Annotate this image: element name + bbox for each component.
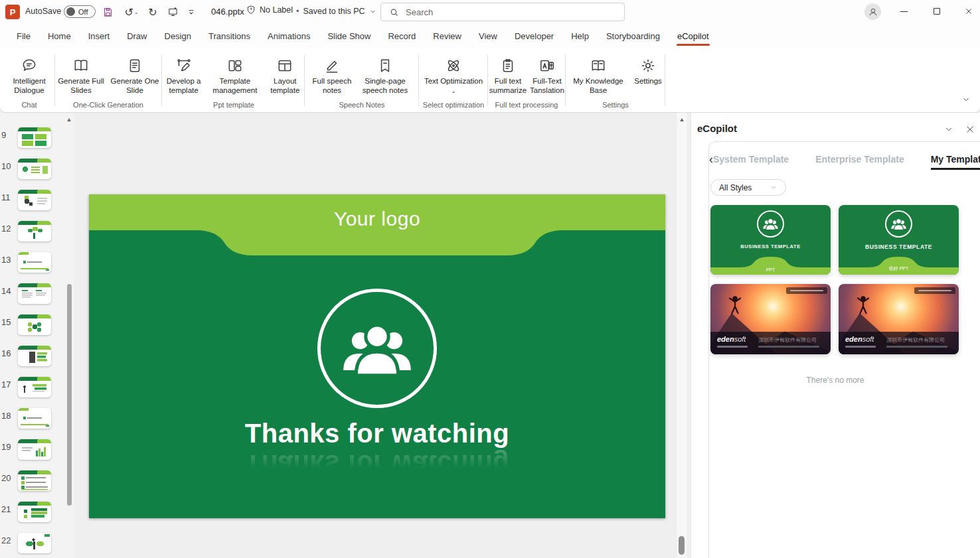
sensitivity-label[interactable]: No Label [246,5,293,15]
ribbon-group-settings: My Knowledge Base Settings Settings [567,52,664,110]
people-group-icon[interactable] [317,289,437,408]
generate-one-slide-button[interactable]: Generate One Slide [109,54,161,96]
panel-close-button[interactable] [963,123,977,136]
layout-template-button[interactable]: Layout template [266,54,304,96]
autosave-toggle[interactable]: Off [64,5,96,18]
tab-enterprise-template[interactable]: Enterprise Template [815,149,904,170]
full-text-translation-button[interactable]: Full-Text Tanslation [530,54,564,96]
full-text-summarize-button[interactable]: Full text summarize [489,54,527,96]
tab-design[interactable]: Design [156,24,200,48]
slide-thumbnail[interactable] [18,283,51,304]
document-title[interactable]: 046.pptx [211,7,244,17]
canvas-scroll-up-button[interactable]: ▲ [677,115,687,123]
search-input[interactable] [406,7,592,17]
template-title: BUSINESS TEMPLATE [710,244,831,249]
slide-row: 12 [0,220,74,251]
single-page-speech-notes-button[interactable]: Single-page speech notes [357,54,414,96]
search-bar[interactable] [380,3,625,21]
tab-ecopilot[interactable]: eCopilot [669,24,718,48]
settings-button[interactable]: Settings [632,54,664,96]
collapse-ribbon-button[interactable] [961,95,971,107]
thumbnail-art [18,346,51,366]
climber-silhouette-icon [855,296,872,316]
slide-logo-text[interactable]: Your logo [89,208,665,230]
group-divider [665,54,665,106]
powerpoint-logo[interactable]: P [5,5,20,19]
tab-slide-show[interactable]: Slide Show [319,24,379,48]
ribbon-group-name: Chat [4,101,54,109]
canvas-scrollbar-thumb[interactable] [679,536,685,555]
chevron-down-icon [961,95,971,104]
tab-my-template[interactable]: My Template [931,149,980,170]
tab-storyboarding[interactable]: Storyboarding [598,24,669,48]
company-name: 深圳市伊甸软件有限公司 [758,336,827,344]
tab-help[interactable]: Help [562,24,598,48]
slide-thumbnail[interactable] [18,190,51,210]
titlebar: P AutoSave Off ↺⌄ ↻ 046.pptx No Label • … [0,0,980,24]
tab-animations[interactable]: Animations [259,24,319,48]
panel-collapse-button[interactable] [942,123,955,136]
develop-template-button[interactable]: Develop a template [163,54,204,96]
slide-number: 9 [1,130,13,140]
template-card[interactable]: edensoft 深圳市伊甸软件有限公司 [710,284,831,354]
tab-file[interactable]: File [8,24,39,48]
brand-subline [845,346,876,348]
slide-number: 13 [1,255,13,265]
slide-number: 16 [1,348,13,358]
maximize-button[interactable] [926,0,948,23]
quick-access-overflow-button[interactable] [183,4,199,20]
slide-number: 10 [1,161,13,171]
tab-draw[interactable]: Draw [118,24,155,48]
tab-record[interactable]: Record [379,24,424,48]
tab-system-template[interactable]: System Template [713,149,789,170]
slide-thumbnail[interactable] [18,346,51,366]
slide-thumbnail[interactable] [18,502,51,522]
slide-thumbnail[interactable] [18,439,51,460]
slide-thumbnail[interactable] [18,127,51,148]
style-filter-dropdown[interactable]: All Styles [710,179,786,196]
minimize-button[interactable] [892,0,915,23]
generate-full-slides-button[interactable]: Generate Full Slides [56,54,106,96]
redo-icon: ↻ [148,6,157,19]
slide-thumbnail[interactable] [18,252,51,273]
template-management-button[interactable]: Template management [206,54,263,96]
sidebar-scroll-up-button[interactable]: ▲ [65,115,73,123]
slide-thumbnail[interactable] [18,533,51,553]
sidebar-scrollbar-thumb[interactable] [67,284,72,506]
climber-silhouette-icon [726,296,744,316]
template-card[interactable]: edensoft 深圳市伊甸软件有限公司 [839,284,959,354]
translate-icon [538,57,556,74]
ribbon-group-name: One-Click Generation [56,101,161,109]
tab-view[interactable]: View [470,24,506,48]
saved-status[interactable]: • Saved to this PC [296,7,376,16]
slide-title-text[interactable]: Thanks for watching [89,419,665,449]
template-card[interactable]: BUSINESS TEMPLATE 你好 PPT [839,205,959,275]
slide-thumbnail[interactable] [18,408,51,429]
current-slide[interactable]: Your logo Thanks for watching Thanks for… [89,194,665,518]
slide-thumbnail[interactable] [18,470,51,491]
close-button[interactable] [957,0,980,23]
slide-thumbnail[interactable] [18,221,51,242]
tab-developer[interactable]: Developer [506,24,562,48]
tab-transitions[interactable]: Transitions [200,24,259,48]
redo-button[interactable]: ↻ [145,4,161,20]
tab-insert[interactable]: Insert [80,24,119,48]
intelligent-dialogue-button[interactable]: Intelligent Dialogue [5,54,53,96]
slide-thumbnail[interactable] [18,314,51,335]
my-knowledge-base-button[interactable]: My Knowledge Base [567,54,629,96]
undo-button[interactable]: ↺⌄ [121,4,142,20]
account-avatar[interactable] [864,3,881,20]
text-optimization-button[interactable]: Text Optimization ⌄ [421,54,486,96]
save-button[interactable] [100,4,116,20]
tab-home[interactable]: Home [39,24,80,48]
slide-thumbnail[interactable] [18,159,51,179]
tab-review[interactable]: Review [424,24,470,48]
slide-row: 21 [0,500,74,531]
slide-thumbnail[interactable] [18,377,51,397]
ribbon-group-select-optimization: Text Optimization ⌄ Select optimization [420,52,487,110]
slideshow-button[interactable] [165,4,181,20]
slide-number: 11 [1,192,13,202]
full-speech-notes-button[interactable]: Full speech notes [310,54,354,96]
template-card[interactable]: BUSINESS TEMPLATE PPT [710,205,831,275]
canvas-scrollbar[interactable]: ▲ [676,113,687,558]
